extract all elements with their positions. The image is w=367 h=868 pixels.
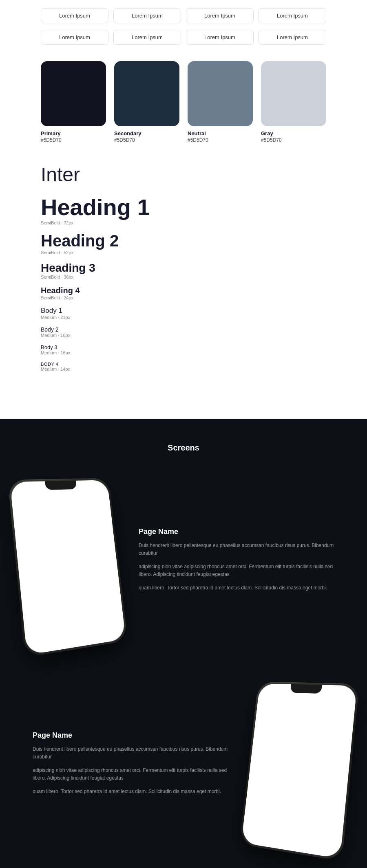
type-desc-body4: Medium · 14px	[41, 367, 326, 371]
page-desc-1c: quam libero. Tortor sed pharetra id amet…	[139, 584, 334, 592]
type-item-body3: Body 3 Medium · 16px	[41, 344, 326, 355]
phone-mockup-1	[8, 478, 128, 658]
screens-title: Screens	[0, 443, 367, 453]
button-item[interactable]: Lorem Ipsum	[41, 8, 108, 23]
page-name-1: Page Name	[139, 527, 334, 536]
swatch-label-neutral: Neutral	[188, 130, 253, 136]
color-section: Primary #5D5D70 Secondary #5D5D70 Neutra…	[41, 61, 326, 143]
white-section: Lorem Ipsum Lorem Ipsum Lorem Ipsum Lore…	[0, 0, 367, 419]
screens-section: Screens Page Name Duis hendrerit libero …	[0, 419, 367, 868]
phone-inner-1	[10, 480, 126, 655]
type-item-h4: Heading 4 SemiBold · 24px	[41, 286, 326, 300]
button-item[interactable]: Lorem Ipsum	[113, 30, 181, 45]
swatch-box-secondary	[114, 61, 179, 126]
type-desc-body2: Medium · 18px	[41, 333, 326, 338]
swatch-label-secondary: Secondary	[114, 130, 179, 136]
button-grid-row2: Lorem Ipsum Lorem Ipsum Lorem Ipsum Lore…	[41, 30, 326, 45]
type-label-h4: Heading 4	[41, 286, 326, 295]
swatch-code-primary: #5D5D70	[41, 137, 106, 143]
swatch-box-neutral	[188, 61, 253, 126]
phone-mockup-2	[239, 682, 360, 861]
swatch-box-gray	[261, 61, 326, 126]
button-item[interactable]: Lorem Ipsum	[259, 8, 326, 23]
type-desc-h3: SemiBold · 36px	[41, 275, 326, 279]
page-desc-2b: adipiscing nibh vitae adipiscing rhoncus…	[33, 767, 228, 782]
phone-outer-2	[239, 682, 360, 861]
color-swatch-neutral: Neutral #5D5D70	[188, 61, 253, 143]
color-swatch-secondary: Secondary #5D5D70	[114, 61, 179, 143]
type-desc-h1: SemiBold · 72px	[41, 220, 326, 225]
button-grid-row1: Lorem Ipsum Lorem Ipsum Lorem Ipsum Lore…	[41, 8, 326, 23]
phone-row-2: Page Name Duis hendrerit libero pellente…	[0, 681, 367, 852]
type-item-h3: Heading 3 SemiBold · 36px	[41, 261, 326, 279]
type-item-h2: Heading 2 SemiBold · 52px	[41, 232, 326, 255]
phone-info-1: Page Name Duis hendrerit libero pellente…	[122, 527, 351, 598]
button-item[interactable]: Lorem Ipsum	[259, 30, 326, 45]
phone-row-1: Page Name Duis hendrerit libero pellente…	[0, 477, 367, 648]
color-swatch-primary: Primary #5D5D70	[41, 61, 106, 143]
type-label-body3: Body 3	[41, 344, 326, 350]
type-desc-body3: Medium · 16px	[41, 350, 326, 355]
page-name-2: Page Name	[33, 731, 228, 740]
type-item-body2: Body 2 Medium · 18px	[41, 326, 326, 338]
type-desc-h4: SemiBold · 24px	[41, 295, 326, 300]
button-item[interactable]: Lorem Ipsum	[41, 30, 108, 45]
page-desc-2c: quam libero. Tortor sed pharetra id amet…	[33, 788, 228, 795]
swatch-label-primary: Primary	[41, 130, 106, 136]
type-label-h2: Heading 2	[41, 232, 326, 250]
type-label-body1: Body 1	[41, 307, 326, 315]
swatch-label-gray: Gray	[261, 130, 326, 136]
page-desc-1a: Duis hendrerit libero pellentesque eu ph…	[139, 542, 334, 557]
type-desc-h2: SemiBold · 52px	[41, 250, 326, 255]
type-item-body4: BODY 4 Medium · 14px	[41, 362, 326, 371]
type-label-body2: Body 2	[41, 326, 326, 333]
color-swatch-gray: Gray #5D5D70	[261, 61, 326, 143]
swatch-box-primary	[41, 61, 106, 126]
type-label-h3: Heading 3	[41, 261, 326, 275]
type-desc-body1: Medium · 21px	[41, 315, 326, 320]
phone-notch-2	[290, 684, 323, 694]
swatch-code-neutral: #5D5D70	[188, 137, 253, 143]
type-label-body4: BODY 4	[41, 362, 326, 367]
type-item-h1: Heading 1 SemiBold · 72px	[41, 194, 326, 225]
phone-inner-2	[241, 683, 357, 859]
typography-section: Inter Heading 1 SemiBold · 72px Heading …	[41, 155, 326, 394]
swatch-code-gray: #5D5D70	[261, 137, 326, 143]
phone-notch-1	[45, 481, 77, 490]
page-desc-2a: Duis hendrerit libero pellentesque eu ph…	[33, 745, 228, 761]
page-desc-1b: adipiscing nibh vitae adipiscing rhoncus…	[139, 563, 334, 578]
button-item[interactable]: Lorem Ipsum	[186, 8, 254, 23]
button-item[interactable]: Lorem Ipsum	[113, 8, 181, 23]
type-item-body1: Body 1 Medium · 21px	[41, 307, 326, 320]
phone-info-2: Page Name Duis hendrerit libero pellente…	[16, 731, 245, 802]
button-item[interactable]: Lorem Ipsum	[186, 30, 254, 45]
type-label-h1: Heading 1	[41, 194, 326, 220]
phone-outer-1	[8, 478, 128, 658]
font-name: Inter	[41, 163, 326, 186]
swatch-code-secondary: #5D5D70	[114, 137, 179, 143]
